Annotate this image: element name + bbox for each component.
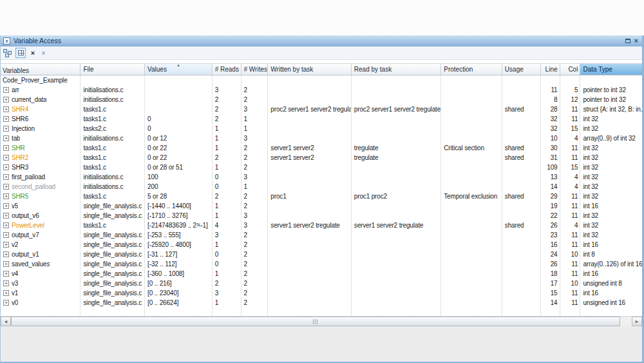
scroll-left-button[interactable]: ◄ [1,317,11,326]
cell-variables: +PowerLevel [1,221,80,230]
table-row[interactable]: +tabinitialisations.c0 or 1213104array(0… [1,133,642,143]
table-row[interactable]: +current_datainitialisations.c22812point… [1,95,642,104]
expand-icon[interactable]: + [3,261,9,267]
cell-reads [213,75,242,85]
expand-icon[interactable]: + [3,174,9,180]
cell-data_type: int 32 [580,114,642,124]
cell-written_by [268,230,351,240]
expand-icon[interactable]: + [3,232,9,238]
column-header-label: # Writes [244,66,268,73]
table-row[interactable]: +v1single_file_analysis.c[0 .. 23040]321… [1,288,642,298]
cell-reads: 1 [213,269,242,279]
cell-col: 15 [560,162,581,172]
cell-data_type: pointer to int 32 [580,95,642,104]
table-row[interactable]: +Injectiontasks2.c0113215int 32 [1,124,642,133]
expand-icon[interactable]: + [3,222,9,228]
expand-icon[interactable]: + [3,251,9,257]
cell-reads: 2 [213,95,242,104]
column-header-label: Written by task [270,66,313,73]
expand-icon[interactable]: + [3,155,9,161]
table-row[interactable]: +output_v6single_file_analysis.c[-1710 .… [1,211,642,221]
table-row[interactable]: +PowerLeveltasks1.c[-2147483639 .. 2³¹-1… [1,221,642,230]
table-row[interactable]: +v3single_file_analysis.c[0 .. 216]22171… [1,279,642,288]
expand-icon[interactable]: + [3,290,9,296]
table-row[interactable]: +SHRtasks1.c0 or 2212server1 server2treg… [1,143,642,153]
expand-icon[interactable]: + [3,145,9,151]
close-icon[interactable]: × [29,49,37,57]
cell-writes: 1 [242,182,269,191]
window-title: Variable Access [14,37,61,44]
column-header-values[interactable]: Values▲ [145,64,213,75]
table-row[interactable]: +first_pailoadinitialisations.c10003134i… [1,172,642,182]
table-row[interactable]: +v5single_file_analysis.c[-1440 .. 14400… [1,201,642,211]
expand-icon[interactable]: + [3,193,9,199]
table-row[interactable]: +arrinitialisations.c32115pointer to int… [1,85,642,95]
expand-icon[interactable]: + [3,184,9,190]
table-row[interactable]: +v0single_file_analysis.c[0 .. 26624]121… [1,298,642,308]
column-header-line[interactable]: Line [541,64,560,75]
cell-written_by [268,182,351,191]
expand-icon[interactable]: + [3,280,9,286]
table-row[interactable]: +SHR4tasks1.c23proc2 server1 server2 tre… [1,104,642,114]
cell-variables: +current_data [1,95,80,104]
horizontal-scrollbar[interactable]: ◄ ► [1,316,642,326]
table-row[interactable]: +SHR2tasks1.c0 or 2222server1 server2tre… [1,153,642,162]
cell-col: 4 [560,172,581,182]
cell-file: single_file_analysis.c [80,250,145,259]
table-row[interactable]: +v2single_file_analysis.c[-25920 .. 4800… [1,240,642,250]
cell-usage [502,182,541,191]
column-header-usage[interactable]: Usage [502,64,541,75]
cell-usage: shared [502,143,541,153]
cell-written_by [268,133,351,143]
expand-icon[interactable]: + [3,213,9,219]
scroll-right-button[interactable]: ► [632,317,642,326]
table-row[interactable]: Code_Prover_Example [1,75,642,85]
scrollbar-track[interactable] [11,317,632,326]
column-header-data_type[interactable]: Data Type [580,64,642,75]
column-header-protection[interactable]: Protection [441,64,502,75]
cell-usage: shared [502,221,541,230]
cell-written_by [268,288,351,298]
expand-icon[interactable]: + [3,300,9,306]
cell-line: 11 [541,85,560,95]
close-window-button[interactable]: × [634,37,638,44]
cell-values: 100 [145,172,213,182]
cell-usage [502,85,541,95]
expand-icon[interactable]: + [3,126,9,132]
table-row[interactable]: +SHR6tasks1.c0213211int 32 [1,114,642,124]
column-header-file[interactable]: File [80,64,145,75]
table-row[interactable]: +SHR5tasks1.c5 or 2822proc1proc1 proc2Te… [1,191,642,201]
expand-icon[interactable]: + [3,203,9,209]
table-row[interactable]: +SHR3tasks1.c0 or 28 or 511210915int 32 [1,162,642,172]
float-window-button[interactable] [625,39,630,43]
cell-file: single_file_analysis.c [80,211,145,221]
table-row[interactable]: +second_pailoadinitialisations.c20001144… [1,182,642,191]
column-header-reads[interactable]: # Reads [213,64,242,75]
table-row[interactable]: +output_v7single_file_analysis.c[-253 ..… [1,230,642,240]
access-graph-icon[interactable] [3,48,12,57]
column-header-written_by[interactable]: Written by task [268,64,351,75]
table-row[interactable]: +v4single_file_analysis.c[-360 .. 1008]1… [1,269,642,279]
column-header-read_by[interactable]: Read by task [352,64,441,75]
clear-icon[interactable]: × [40,50,47,57]
expand-icon[interactable]: + [3,271,9,277]
table-row[interactable]: +output_v1single_file_analysis.c[-31 .. … [1,250,642,259]
column-header-variables[interactable]: Variables [1,64,80,75]
cell-writes: 2 [242,85,269,95]
table-view-icon[interactable] [15,48,26,58]
expand-icon[interactable]: + [3,97,9,103]
table-row[interactable]: +saved_valuessingle_file_analysis.c[-32 … [1,259,642,269]
expand-icon[interactable]: + [3,135,9,141]
cell-writes [242,75,269,85]
window-titlebar[interactable]: x Variable Access × [1,35,642,46]
column-header-writes[interactable]: # Writes [242,64,269,75]
expand-icon[interactable]: + [3,242,9,248]
expand-icon[interactable]: + [3,164,9,170]
scrollbar-thumb[interactable] [11,317,620,326]
expand-icon[interactable]: + [3,87,9,93]
expand-icon[interactable]: + [3,116,9,122]
cell-read_by [352,288,441,298]
cell-line: 10 [541,133,560,143]
expand-icon[interactable]: + [3,106,9,112]
column-header-col[interactable]: Col [560,64,581,75]
